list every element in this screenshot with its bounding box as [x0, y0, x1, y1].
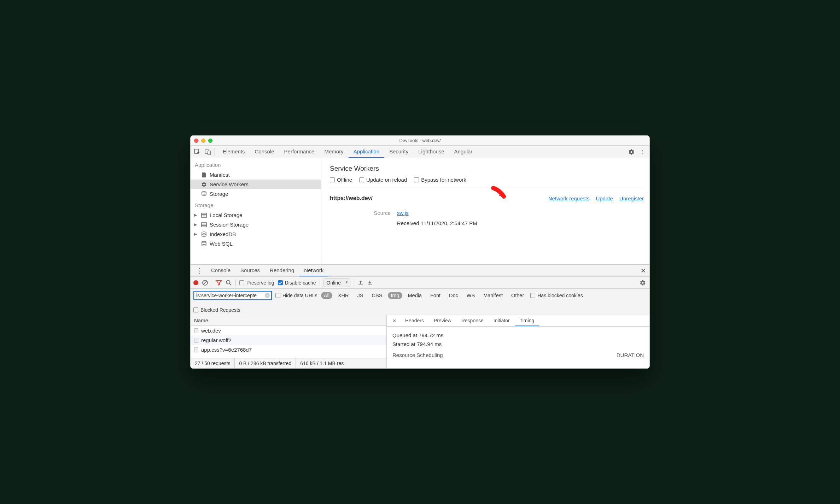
manifest-icon [201, 172, 207, 178]
network-settings-icon[interactable] [640, 280, 646, 286]
main-tab-performance[interactable]: Performance [279, 146, 320, 158]
clear-icon[interactable] [202, 280, 208, 286]
throttling-select[interactable]: Online [323, 279, 350, 287]
filter-type-xhr[interactable]: XHR [335, 292, 352, 299]
throttling-value: Online [327, 280, 341, 286]
status-transferred: 0 B / 286 kB transferred [235, 358, 296, 368]
request-row[interactable]: web.dev [191, 326, 386, 335]
filter-type-doc[interactable]: Doc [446, 292, 461, 299]
detail-tab-response[interactable]: Response [456, 315, 489, 326]
window-titlebar: DevTools - web.dev/ [191, 136, 649, 146]
svg-point-13 [202, 241, 206, 243]
record-button[interactable] [193, 280, 198, 285]
blocked-requests-checkbox[interactable]: Blocked Requests [193, 307, 240, 313]
main-tab-console[interactable]: Console [250, 146, 279, 158]
upload-har-icon[interactable] [358, 280, 363, 286]
main-tab-memory[interactable]: Memory [319, 146, 348, 158]
detail-close-icon[interactable]: ✕ [389, 318, 400, 324]
svg-point-3 [202, 192, 206, 193]
svg-point-16 [227, 280, 230, 284]
bypass-label: Bypass for network [421, 177, 466, 183]
expand-caret-icon[interactable]: ▶ [194, 213, 198, 217]
filter-input[interactable]: is:service-worker-intercepte ✕ [193, 291, 272, 300]
sidebar-item-service-workers[interactable]: Service Workers [191, 180, 321, 189]
service-workers-icon [201, 182, 207, 187]
drawer-tab-network[interactable]: Network [299, 265, 328, 276]
drawer-close-icon[interactable]: ✕ [641, 267, 646, 275]
minimize-window-button[interactable] [201, 139, 205, 143]
network-toolbar: Preserve log Disable cache Online [191, 277, 649, 289]
network-statusbar: 27 / 50 requests 0 B / 286 kB transferre… [191, 358, 386, 368]
filter-type-ws[interactable]: WS [464, 292, 478, 299]
settings-icon[interactable] [628, 148, 635, 156]
drawer-tab-console[interactable]: Console [206, 265, 235, 276]
close-window-button[interactable] [194, 139, 198, 143]
sidebar-item-session-storage[interactable]: ▶Session Storage [191, 220, 321, 229]
search-icon[interactable] [226, 280, 232, 286]
sidebar-item-manifest[interactable]: Manifest [191, 170, 321, 180]
filter-type-other[interactable]: Other [508, 292, 527, 299]
clear-filter-icon[interactable]: ✕ [265, 293, 270, 298]
expand-caret-icon[interactable]: ▶ [194, 222, 198, 227]
filter-type-js[interactable]: JS [355, 292, 366, 299]
filter-input-value: is:service-worker-intercepte [196, 293, 257, 298]
filter-type-img[interactable]: Img [388, 292, 402, 299]
svg-point-12 [202, 232, 206, 233]
sidebar-item-web-sql[interactable]: Web SQL [191, 239, 321, 248]
sidebar-item-indexeddb[interactable]: ▶IndexedDB [191, 229, 321, 239]
request-row[interactable]: app.css?v=6e2768d7 [191, 345, 386, 354]
main-tab-lighthouse[interactable]: Lighthouse [413, 146, 449, 158]
sw-source-file[interactable]: sw.js [397, 210, 409, 216]
filter-icon[interactable] [216, 280, 222, 286]
device-toolbar-icon[interactable] [204, 148, 212, 156]
disable-cache-checkbox[interactable]: Disable cache [278, 280, 316, 286]
more-options-icon[interactable]: ⋮ [639, 148, 647, 156]
devtools-window: DevTools - web.dev/ ElementsConsolePerfo… [190, 135, 650, 369]
network-filter-bar: is:service-worker-intercepte ✕ Hide data… [191, 289, 649, 315]
download-har-icon[interactable] [367, 280, 373, 286]
disable-cache-label: Disable cache [285, 280, 316, 286]
hide-data-urls-label: Hide data URLs [282, 293, 317, 298]
main-tab-angular[interactable]: Angular [449, 146, 478, 158]
main-tab-security[interactable]: Security [384, 146, 413, 158]
sw-received: Received 11/11/2020, 2:54:47 PM [397, 220, 477, 226]
application-main-panel: Service Workers Offline Update on reload… [321, 158, 649, 264]
inspect-element-icon[interactable] [193, 148, 201, 156]
bypass-network-checkbox[interactable]: Bypass for network [414, 177, 466, 183]
update-on-reload-checkbox[interactable]: Update on reload [359, 177, 407, 183]
zoom-window-button[interactable] [208, 139, 212, 143]
drawer-tab-rendering[interactable]: Rendering [265, 265, 299, 276]
sidebar-item-storage[interactable]: Storage [191, 189, 321, 199]
window-controls [194, 139, 212, 143]
main-tab-application[interactable]: Application [349, 146, 384, 158]
request-list-header: Name [191, 315, 386, 326]
offline-label: Offline [337, 177, 352, 183]
preserve-log-checkbox[interactable]: Preserve log [239, 280, 274, 286]
expand-caret-icon[interactable]: ▶ [194, 232, 198, 236]
source-label: Source [365, 210, 391, 216]
detail-tab-initiator[interactable]: Initiator [489, 315, 515, 326]
filter-type-all[interactable]: All [321, 292, 332, 299]
network-requests-link[interactable]: Network requests [548, 195, 590, 201]
filter-type-manifest[interactable]: Manifest [480, 292, 506, 299]
request-detail-pane: ✕ HeadersPreviewResponseInitiatorTiming … [387, 315, 649, 368]
main-tab-elements[interactable]: Elements [218, 146, 250, 158]
request-row[interactable]: regular.woff2 [191, 335, 386, 345]
update-link[interactable]: Update [596, 195, 613, 201]
detail-tab-preview[interactable]: Preview [429, 315, 456, 326]
unregister-link[interactable]: Unregister [619, 195, 644, 201]
drawer-more-icon[interactable]: ⋮ [193, 267, 206, 275]
blocked-cookies-checkbox[interactable]: Has blocked cookies [530, 293, 583, 298]
filter-type-css[interactable]: CSS [369, 292, 385, 299]
detail-tab-timing[interactable]: Timing [515, 315, 539, 326]
offline-checkbox[interactable]: Offline [330, 177, 352, 183]
sidebar-item-local-storage[interactable]: ▶Local Storage [191, 210, 321, 220]
file-icon [194, 328, 198, 333]
filter-type-media[interactable]: Media [405, 292, 425, 299]
sw-origin: https://web.dev/ [330, 195, 373, 201]
drawer-tab-sources[interactable]: Sources [235, 265, 265, 276]
hide-data-urls-checkbox[interactable]: Hide data URLs [275, 293, 317, 298]
detail-tab-headers[interactable]: Headers [400, 315, 429, 326]
filter-type-font[interactable]: Font [427, 292, 443, 299]
application-sidebar: Application ManifestService WorkersStora… [191, 158, 321, 264]
